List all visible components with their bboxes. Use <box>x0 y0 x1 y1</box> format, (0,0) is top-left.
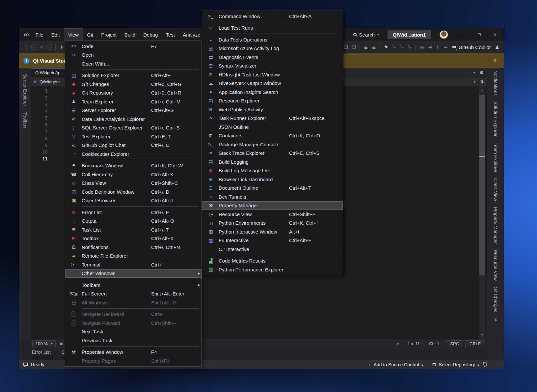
toolbar-right-icon-11[interactable]: ◎ <box>418 44 426 50</box>
other-windows-item-c-interactive[interactable]: C# Interactive <box>202 245 343 254</box>
nav-project-name[interactable]: QtWidgets <box>40 79 60 84</box>
menubar-item-file[interactable]: File <box>32 28 47 41</box>
panel-tab-error-list[interactable]: Error List <box>32 348 54 360</box>
other-windows-item-hiveserver2-output-window[interactable]: ☁HiveServer2 Output Window <box>202 79 343 88</box>
view-menu-item-next-task[interactable]: Next Task <box>65 327 201 336</box>
view-menu-item-error-list[interactable]: ⊗Error ListCtrl+\, E <box>65 208 201 217</box>
column-indicator[interactable]: Ch: 1 <box>424 341 444 346</box>
menubar-item-test[interactable]: Test <box>162 28 179 41</box>
whitespace-indicator[interactable]: SPC <box>446 340 463 347</box>
view-menu-item-git-repository[interactable]: ◈Git RepositoryCtrl+0, Ctrl+R <box>65 89 201 98</box>
toolbar-right-icon-1[interactable]: ❏ <box>350 44 358 50</box>
view-menu-item-server-explorer[interactable]: ☰Server ExplorerCtrl+Alt+S <box>65 106 201 115</box>
view-menu-item-data-lake-analytics-explorer[interactable]: ∞Data Lake Analytics Explorer <box>65 115 201 124</box>
view-menu-item-sql-server-object-explorer[interactable]: ⋮SQL Server Object ExplorerCtrl+\, Ctrl+… <box>65 124 201 132</box>
toolbar-right-icon-14[interactable]: ⇤ <box>442 44 449 50</box>
view-menu-item-properties-window[interactable]: ⚒Properties WindowF4 <box>65 348 201 357</box>
view-menu-item-toolbox[interactable]: ⊟ToolboxCtrl+Alt+X <box>65 234 201 243</box>
toolbar-left-icon-2[interactable]: ▾ <box>38 44 45 50</box>
view-menu-item-code-definition-window[interactable]: ◫Code Definition WindowCtrl+\, D <box>65 187 201 196</box>
menubar-item-edit[interactable]: Edit <box>47 28 64 41</box>
scroll-down-icon[interactable]: ▼ <box>479 333 485 336</box>
scroll-right-icon[interactable]: ▶ <box>397 342 399 345</box>
menubar-item-view[interactable]: View <box>64 28 83 41</box>
vertical-scrollbar[interactable]: ▲ ▼ <box>479 86 485 339</box>
toolbar-left-icon-0[interactable]: ⣿ <box>22 44 30 50</box>
other-windows-item-load-test-runs[interactable]: ▽Load Test Runs <box>202 24 343 33</box>
toolbar-left-icon-1[interactable]: ← <box>31 44 36 50</box>
other-windows-item-f-interactive[interactable]: ▥F# InteractiveCtrl+Alt+F <box>202 236 343 245</box>
scrollbar-thumb[interactable] <box>479 95 485 275</box>
select-repository-button[interactable]: ⊟ Select Repository ▴ <box>432 362 479 367</box>
other-windows-item-diagnostic-events[interactable]: ▤Diagnostic Events <box>202 53 343 62</box>
line-indicator[interactable]: Ln: 11 <box>404 341 424 346</box>
resize-grip[interactable]: ⋰ <box>496 362 500 367</box>
toolbar-right-icon-4[interactable]: ≣ <box>370 44 378 50</box>
other-windows-item-microsoft-azure-activity-log[interactable]: ▤Microsoft Azure Activity Log <box>202 44 343 53</box>
search-box[interactable]: Search ▾ <box>353 32 379 38</box>
github-copilot-button[interactable]: ∞✔ GitHub Copilot <box>452 44 491 50</box>
other-windows-item-package-manager-console[interactable]: >_Package Manager Console <box>202 140 343 149</box>
toolbar-right-icon-3[interactable]: ≣ <box>362 44 370 50</box>
toolbar-right-icon-12[interactable]: ⇥ <box>426 44 434 50</box>
toolbar-left-icon-3[interactable]: → <box>47 44 52 50</box>
scroll-up-icon[interactable]: ▲ <box>479 89 485 92</box>
view-menu-item-full-screen[interactable]: ⇱⇲Full ScreenShift+Alt+Enter <box>65 290 201 298</box>
view-menu-item-team-explorer[interactable]: ♟Team ExplorerCtrl+\, Ctrl+M <box>65 97 201 106</box>
maximize-button[interactable]: □ <box>478 32 480 37</box>
view-menu-item-terminal[interactable]: >_TerminalCtrl+` <box>65 260 201 269</box>
view-menu-item-task-list[interactable]: ≣Task ListCtrl+\, T <box>65 225 201 234</box>
view-menu-item-test-explorer[interactable]: ▽Test ExplorerCtrl+E, T <box>65 132 201 141</box>
view-menu-item-github-copilot-chat[interactable]: ∞GitHub Copilot ChatCtrl+\, C <box>65 141 201 150</box>
toolbar-right-icon-7[interactable]: ⚐ <box>390 44 398 50</box>
other-windows-item-resource-view[interactable]: ◷Resource ViewCtrl+Shift+E <box>202 210 343 219</box>
other-windows-item-hdinsight-task-list-window[interactable]: ≣HDInsight Task List Window <box>202 70 343 79</box>
add-to-source-control-button[interactable]: ↑ Add to Source Control ▴ <box>369 362 423 367</box>
toolbar-right-icon-13[interactable]: ⁞ <box>434 44 442 50</box>
minimize-button[interactable]: — <box>460 32 465 37</box>
other-windows-item-property-manager[interactable]: ⚒Property Manager <box>202 201 343 210</box>
other-windows-item-data-tools-operations[interactable]: ◒Data Tools Operations <box>202 35 343 44</box>
menubar-item-git[interactable]: Git <box>83 28 97 41</box>
split-editor-icon[interactable]: ⇅ <box>480 79 484 84</box>
other-windows-item-python-environments[interactable]: ◫Python EnvironmentsCtrl+K, Ctrl+` <box>202 219 343 228</box>
right-strip-tab-property-manager[interactable]: Property Manager <box>493 207 498 244</box>
view-menu-item-bookmark-window[interactable]: ⚑Bookmark WindowCtrl+K, Ctrl+W <box>65 161 201 170</box>
tab-list-chevron-icon[interactable]: ▾ <box>473 71 475 74</box>
view-menu-item-notifications[interactable]: ΩNotificationsCtrl+\, Ctrl+N <box>65 243 201 252</box>
infobar-close-icon[interactable]: × <box>494 58 497 64</box>
other-windows-item-web-publish-activity[interactable]: ⊕Web Publish Activity <box>202 105 343 114</box>
menubar-item-project[interactable]: Project <box>97 28 121 41</box>
notifications-bell-icon[interactable] <box>482 362 487 367</box>
other-windows-item-containers[interactable]: ⊞ContainersCtrl+K, Ctrl+O <box>202 131 343 140</box>
right-strip-tab-resource-view[interactable]: Resource View <box>493 250 498 281</box>
menubar-item-build[interactable]: Build <box>121 28 139 41</box>
right-strip-tab-solution-explorer[interactable]: Solution Explorer <box>493 101 498 137</box>
right-strip-tab-team-explorer[interactable]: Team Explorer <box>493 143 498 172</box>
feedback-icon[interactable]: ☻ <box>59 341 64 346</box>
view-menu-item-git-changes[interactable]: ◆Git ChangesCtrl+0, Ctrl+G <box>65 80 201 89</box>
view-menu-item-call-hierarchy[interactable]: ☎Call HierarchyCtrl+Alt+K <box>65 170 201 179</box>
other-windows-item-task-runner-explorer[interactable]: >Task Runner ExplorerCtrl+Alt+Bkspce <box>202 114 343 123</box>
view-menu-item-open-with[interactable]: Open With... <box>65 59 201 68</box>
avatar[interactable] <box>440 30 448 39</box>
toolbar-left-icon-5[interactable]: ✳ <box>58 44 66 50</box>
other-windows-item-stack-trace-explorer[interactable]: ≡Stack Trace ExplorerCtrl+E, Ctrl+S <box>202 149 343 158</box>
zoom-control[interactable]: 100 % ▾ <box>32 340 56 347</box>
other-windows-item-python-interactive-window[interactable]: ▥Python Interactive WindowAlt+I <box>202 227 343 236</box>
close-button[interactable]: × <box>494 32 497 37</box>
other-windows-item-json-outline[interactable]: JSON Outline <box>202 123 343 131</box>
line-ending-indicator[interactable]: CRLF <box>465 340 485 347</box>
view-menu-item-solution-explorer[interactable]: ◫Solution ExplorerCtrl+Alt+L <box>65 71 201 80</box>
view-menu-item-open[interactable]: ↪Open <box>65 51 201 60</box>
tab-settings-gear-icon[interactable]: ⚙ <box>479 70 484 75</box>
toolbar-right-icon-6[interactable]: ⚑ <box>382 44 390 50</box>
launch-target-badge[interactable]: QtWid...ation1 <box>388 30 431 39</box>
right-strip-tab-p[interactable]: P <box>493 318 498 321</box>
left-strip-tab-server-explorer[interactable]: Server Explorer <box>22 72 28 106</box>
other-windows-item-dev-tunnels[interactable]: ∩Dev Tunnels <box>202 192 343 201</box>
menubar-item-analyze[interactable]: Analyze <box>179 28 204 41</box>
other-windows-item-application-insights-search[interactable]: ●Application Insights Search <box>202 88 343 97</box>
nav-chevron-icon[interactable]: ▾ <box>474 80 476 84</box>
view-menu-item-toolbars[interactable]: Toolbars▶ <box>65 281 201 290</box>
